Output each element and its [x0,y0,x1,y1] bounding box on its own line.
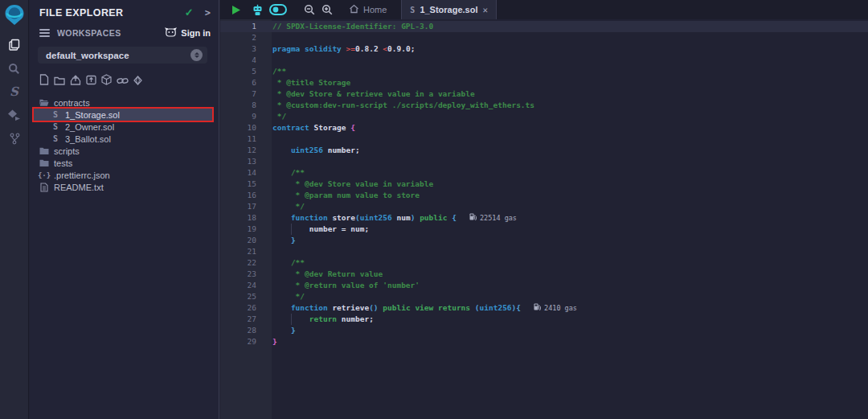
code-line-7[interactable]: * @dev Store & retrieve value in a varia… [272,88,868,100]
line-number-10[interactable]: 10 [220,122,272,134]
tree-item-3-ballot-sol[interactable]: S3_Ballot.sol [34,133,212,145]
new-file-button[interactable] [39,74,49,88]
line-number-23[interactable]: 23 [220,269,272,280]
upload-folder-button[interactable] [86,74,96,88]
code-line-20[interactable]: } [272,235,868,246]
tab-1-storage-sol[interactable]: S 1_Storage.sol ✕ [401,0,497,19]
workspace-select[interactable]: default_workspace [38,47,207,64]
line-number-24[interactable]: 24 [220,280,272,291]
solidity-import-button[interactable] [133,74,142,88]
line-number-15[interactable]: 15 [220,179,272,190]
code-line-26[interactable]: function retrieve() public view returns … [272,302,868,314]
line-number-13[interactable]: 13 [220,156,272,167]
remix-logo-icon[interactable] [3,3,26,26]
tree-item--prettierrc-json[interactable]: {·}.prettierrc.json [34,169,212,181]
line-number-22[interactable]: 22 [220,257,272,269]
tree-item-scripts[interactable]: scripts [34,145,212,157]
search-icon[interactable] [0,57,29,80]
code-line-12[interactable]: uint256 number; [272,145,868,156]
tree-item-label: 1_Storage.sol [65,110,120,120]
code-line-15[interactable]: * @dev Store value in variable [272,179,868,190]
line-number-18[interactable]: 18 [220,212,272,224]
tree-item-1-storage-sol[interactable]: S1_Storage.sol [34,109,212,121]
upload-file-button[interactable] [70,74,81,88]
line-number-5[interactable]: 5 [220,66,272,77]
code-line-18[interactable]: function store(uint256 num) public {2251… [272,212,868,224]
code-line-21[interactable] [272,246,868,257]
deploy-and-run-icon[interactable] [0,104,29,126]
code-line-29[interactable]: } [272,336,868,347]
sign-in-label: Sign in [181,28,211,38]
code-line-10[interactable]: contract Storage { [272,122,868,134]
folder-icon [39,147,49,155]
tree-item-tests[interactable]: tests [34,157,212,169]
line-number-28[interactable]: 28 [220,325,272,336]
accept-check-icon[interactable]: ✓ [185,6,194,18]
chevron-right-icon[interactable]: > [205,7,211,18]
file-explorer-icon[interactable] [0,34,29,56]
code-line-2[interactable] [272,32,868,43]
code-content[interactable]: // SPDX-License-Identifier: GPL-3.0pragm… [272,19,868,419]
line-number-17[interactable]: 17 [220,201,272,212]
code-line-1[interactable]: // SPDX-License-Identifier: GPL-3.0 [272,21,868,32]
line-number-4[interactable]: 4 [220,55,272,66]
line-number-16[interactable]: 16 [220,190,272,201]
line-number-27[interactable]: 27 [220,314,272,325]
github-sign-in-button[interactable]: Sign in [165,26,211,40]
line-number-20[interactable]: 20 [220,235,272,246]
link-button[interactable] [117,74,129,88]
code-line-8[interactable]: * @custom:dev-run-script ./scripts/deplo… [272,100,868,111]
line-number-6[interactable]: 6 [220,77,272,88]
code-line-3[interactable]: pragma solidity >=0.8.2 <0.9.0; [272,43,868,55]
code-line-4[interactable] [272,55,868,66]
line-number-12[interactable]: 12 [220,145,272,156]
line-number-11[interactable]: 11 [220,134,272,145]
code-line-28[interactable]: } [272,325,868,336]
code-line-19[interactable]: number = num; [272,224,868,235]
gas-estimate-badge: 22514 gas [469,212,517,224]
run-script-button[interactable] [231,0,241,19]
activity-bar: S [0,0,29,419]
code-line-24[interactable]: * @return value of 'number' [272,280,868,291]
tree-item-contracts[interactable]: contracts [34,97,212,109]
line-number-25[interactable]: 25 [220,291,272,302]
code-line-25[interactable]: */ [272,291,868,302]
ai-toggle-switch[interactable] [269,0,287,19]
code-line-22[interactable]: /** [272,257,868,269]
workspace-stepper-icon[interactable] [190,49,203,61]
line-number-7[interactable]: 7 [220,88,272,100]
tree-item-readme-txt[interactable]: README.txt [34,181,212,193]
code-line-14[interactable]: /** [272,167,868,179]
code-line-27[interactable]: return number; [272,314,868,325]
line-number-2[interactable]: 2 [220,32,272,43]
code-line-5[interactable]: /** [272,66,868,77]
line-number-3[interactable]: 3 [220,43,272,55]
zoom-out-icon[interactable] [304,0,315,19]
line-number-26[interactable]: 26 [220,302,272,314]
line-number-1[interactable]: 1 [220,21,272,32]
line-number-19[interactable]: 19 [220,224,272,235]
workspaces-menu-icon[interactable] [39,27,50,39]
new-folder-button[interactable] [54,74,65,88]
cube-button[interactable] [101,74,112,88]
code-line-17[interactable]: */ [272,201,868,212]
code-line-13[interactable] [272,156,868,167]
tree-item-2-owner-sol[interactable]: S2_Owner.sol [34,121,212,133]
code-line-11[interactable] [272,134,868,145]
git-icon[interactable] [0,127,29,150]
zoom-in-icon[interactable] [321,0,333,19]
remix-ai-robot-icon[interactable] [252,0,264,19]
tab-home[interactable]: Home [344,0,391,19]
code-line-9[interactable]: */ [272,111,868,122]
line-number-14[interactable]: 14 [220,167,272,179]
line-number-8[interactable]: 8 [220,100,272,111]
line-number-29[interactable]: 29 [220,336,272,347]
solidity-compiler-icon[interactable]: S [0,80,29,103]
code-line-16[interactable]: * @param num value to store [272,190,868,201]
line-number-9[interactable]: 9 [220,111,272,122]
code-line-6[interactable]: * @title Storage [272,77,868,88]
close-tab-icon[interactable]: ✕ [483,5,489,15]
code-line-23[interactable]: * @dev Return value [272,269,868,280]
home-tab-label: Home [363,5,387,14]
line-number-21[interactable]: 21 [220,246,272,257]
